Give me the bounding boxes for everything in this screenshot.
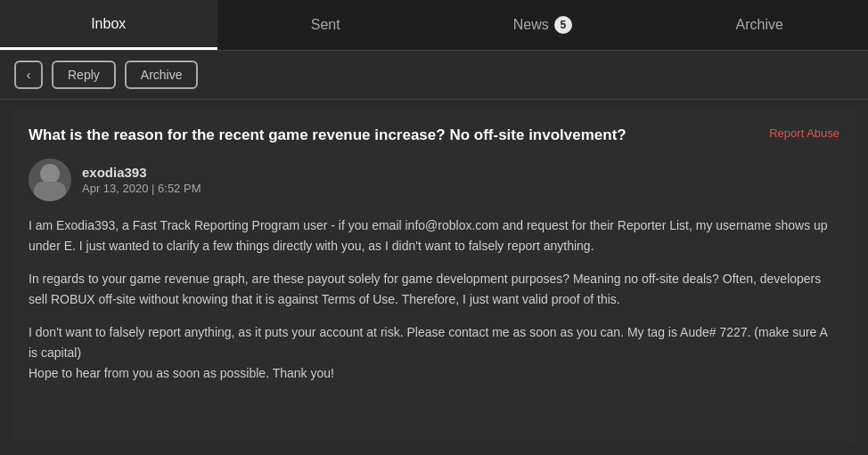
news-badge: 5 — [554, 16, 572, 34]
avatar-figure — [29, 158, 71, 201]
message-paragraph-2: In regards to your game revenue graph, a… — [29, 269, 839, 310]
message-area: What is the reason for the recent game r… — [11, 109, 857, 446]
tab-news[interactable]: News 5 — [434, 0, 651, 50]
message-paragraph-1: I am Exodia393, a Fast Track Reporting P… — [29, 215, 839, 256]
tab-bar: Inbox Sent News 5 Archive — [0, 0, 868, 51]
message-title: What is the reason for the recent game r… — [29, 125, 755, 146]
tab-inbox-label: Inbox — [91, 16, 126, 32]
archive-button[interactable]: Archive — [125, 61, 199, 89]
tab-archive[interactable]: Archive — [651, 0, 869, 50]
sender-name: exodia393 — [82, 165, 201, 180]
back-icon: ‹ — [27, 68, 31, 82]
message-header: What is the reason for the recent game r… — [29, 125, 839, 146]
back-button[interactable]: ‹ — [14, 61, 43, 89]
sender-row: exodia393 Apr 13, 2020 | 6:52 PM — [29, 158, 839, 201]
tab-sent[interactable]: Sent — [217, 0, 435, 50]
app-container: Inbox Sent News 5 Archive ‹ Reply Archiv… — [0, 0, 868, 455]
sender-info: exodia393 Apr 13, 2020 | 6:52 PM — [82, 165, 201, 195]
tab-sent-label: Sent — [311, 17, 340, 33]
sender-date: Apr 13, 2020 | 6:52 PM — [82, 182, 201, 195]
message-paragraph-3: I don't want to falsely report anything,… — [29, 322, 839, 384]
tab-news-label: News — [513, 17, 549, 33]
message-body: I am Exodia393, a Fast Track Reporting P… — [29, 215, 839, 385]
toolbar: ‹ Reply Archive — [0, 51, 868, 100]
report-abuse-button[interactable]: Report Abuse — [769, 125, 839, 140]
tab-inbox[interactable]: Inbox — [0, 0, 217, 50]
avatar-head — [40, 164, 60, 183]
avatar-body — [34, 182, 66, 201]
tab-archive-label: Archive — [736, 17, 783, 33]
reply-button[interactable]: Reply — [52, 61, 116, 89]
avatar — [29, 158, 71, 201]
